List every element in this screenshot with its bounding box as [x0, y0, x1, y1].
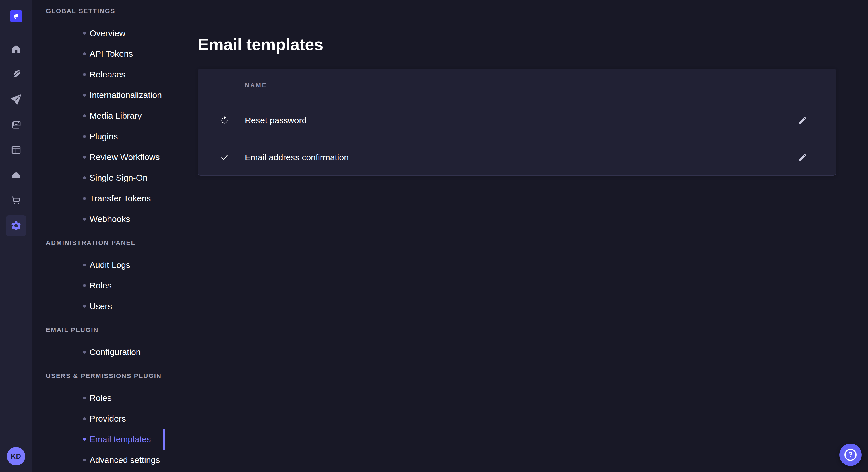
home-icon[interactable] [0, 36, 32, 62]
sidebar-item-label: Overview [90, 28, 125, 38]
sidebar-item-advanced-settings[interactable]: Advanced settings [32, 450, 165, 470]
sidebar-item-webhooks[interactable]: Webhooks [32, 209, 165, 229]
table-row-reset-password[interactable]: Reset password [198, 102, 836, 139]
edit-button[interactable] [798, 153, 807, 162]
edit-icon [798, 115, 807, 125]
sidebar-item-media-library[interactable]: Media Library [32, 105, 165, 126]
subnav-section: GLOBAL SETTINGS Overview API Tokens Rele… [32, 5, 165, 229]
sidebar-item-label: Roles [90, 281, 112, 291]
sidebar-item-label: Releases [90, 70, 125, 79]
sidebar-item-providers[interactable]: Providers [32, 408, 165, 429]
email-templates-table: NAME Reset password Email address confir… [198, 69, 836, 176]
sidebar-item-label: Transfer Tokens [90, 194, 151, 203]
sidebar-item-releases[interactable]: Releases [32, 64, 165, 85]
sidebar-item-label: Review Workflows [90, 152, 160, 162]
sidebar-item-label: Roles [90, 393, 112, 403]
main-nav-rail: KD [0, 0, 32, 472]
page-title: Email templates [198, 36, 323, 53]
sidebar-item-label: Advanced settings [90, 455, 160, 465]
sidebar-item-label: Plugins [90, 132, 118, 141]
subnav-section: ADMINISTRATION PANEL Audit Logs Roles Us… [32, 237, 165, 316]
sidebar-item-roles[interactable]: Roles [32, 275, 165, 296]
sidebar-item-label: Users [90, 301, 112, 311]
refresh-icon [220, 116, 228, 125]
settings-icon[interactable] [0, 213, 32, 238]
strapi-logo-icon [12, 12, 20, 20]
column-header-name: NAME [245, 82, 267, 89]
bullet-icon [83, 94, 86, 97]
bullet-icon [83, 114, 86, 117]
content-manager-icon[interactable] [0, 137, 32, 163]
sidebar-item-configuration[interactable]: Configuration [32, 342, 165, 363]
sidebar-item-api-tokens[interactable]: API Tokens [32, 43, 165, 64]
sidebar-item-label: Audit Logs [90, 260, 130, 270]
settings-active-highlight [6, 215, 26, 236]
bullet-icon [83, 135, 86, 138]
subnav-section-header: EMAIL PLUGIN [32, 324, 165, 336]
bullet-icon [83, 156, 86, 159]
sidebar-item-single-sign-on[interactable]: Single Sign-On [32, 167, 165, 188]
strapi-cloud-icon[interactable] [0, 163, 32, 188]
subnav-section-header: GLOBAL SETTINGS [32, 5, 165, 18]
sidebar-item-transfer-tokens[interactable]: Transfer Tokens [32, 188, 165, 209]
bullet-icon [83, 264, 86, 266]
sidebar-item-users[interactable]: Users [32, 296, 165, 316]
bullet-icon [83, 397, 86, 400]
subnav-section: USERS & PERMISSIONS PLUGIN Roles Provide… [32, 370, 165, 470]
sidebar-item-label: Internationalization [90, 90, 162, 100]
bullet-icon [83, 351, 86, 353]
deployments-icon[interactable] [0, 87, 32, 112]
sidebar-item-audit-logs[interactable]: Audit Logs [32, 255, 165, 275]
sidebar-item-label: Configuration [90, 347, 141, 357]
subnav-section-header: ADMINISTRATION PANEL [32, 237, 165, 249]
rail-icon-list [0, 32, 32, 238]
subnav-section-items: Overview API Tokens Releases Internation… [32, 23, 165, 229]
bullet-icon [83, 176, 86, 179]
sidebar-item-label: Email templates [90, 434, 151, 444]
sidebar-item-label: Providers [90, 414, 126, 424]
subnav-section-items: Roles Providers Email templates Advanced… [32, 388, 165, 470]
bullet-icon [83, 305, 86, 308]
settings-subnav: GLOBAL SETTINGS Overview API Tokens Rele… [32, 0, 165, 472]
bullet-icon [83, 53, 86, 55]
sidebar-item-label: API Tokens [90, 49, 133, 59]
table-row-email-address-confirmation[interactable]: Email address confirmation [198, 139, 836, 175]
bullet-icon [83, 459, 86, 461]
content-type-builder-icon[interactable] [0, 62, 32, 87]
subnav-section-items: Audit Logs Roles Users [32, 255, 165, 316]
bullet-icon [83, 197, 86, 200]
avatar[interactable]: KD [7, 447, 25, 465]
template-name: Reset password [245, 115, 307, 125]
marketplace-icon[interactable] [0, 188, 32, 213]
sidebar-item-label: Webhooks [90, 214, 130, 224]
edit-button[interactable] [798, 115, 807, 125]
sidebar-item-internationalization[interactable]: Internationalization [32, 85, 165, 105]
bullet-icon [83, 417, 86, 420]
sidebar-item-roles[interactable]: Roles [32, 388, 165, 408]
bullet-icon [83, 438, 86, 441]
help-button[interactable]: ? [839, 444, 862, 466]
subnav-section-header: USERS & PERMISSIONS PLUGIN [32, 370, 165, 382]
sidebar-item-label: Single Sign-On [90, 173, 148, 183]
subnav-section-items: Configuration [32, 342, 165, 363]
edit-icon [798, 153, 807, 162]
bullet-icon [83, 32, 86, 35]
sidebar-item-plugins[interactable]: Plugins [32, 126, 165, 147]
sidebar-item-email-templates[interactable]: Email templates [32, 429, 165, 450]
check-icon [220, 154, 228, 162]
bullet-icon [83, 73, 86, 76]
template-name: Email address confirmation [245, 153, 349, 162]
sidebar-item-review-workflows[interactable]: Review Workflows [32, 147, 165, 167]
sidebar-item-label: Media Library [90, 111, 142, 121]
question-mark-icon: ? [844, 449, 857, 461]
main-content: Email templates NAME Reset password Emai… [165, 0, 868, 472]
subnav-section: EMAIL PLUGIN Configuration [32, 324, 165, 363]
table-header-row: NAME [198, 69, 836, 102]
logo-section [0, 0, 32, 32]
bullet-icon [83, 217, 86, 221]
profile-section: KD [0, 440, 32, 472]
media-library-icon[interactable] [0, 112, 32, 137]
bullet-icon [83, 284, 86, 287]
strapi-logo[interactable] [10, 10, 22, 22]
sidebar-item-overview[interactable]: Overview [32, 23, 165, 43]
